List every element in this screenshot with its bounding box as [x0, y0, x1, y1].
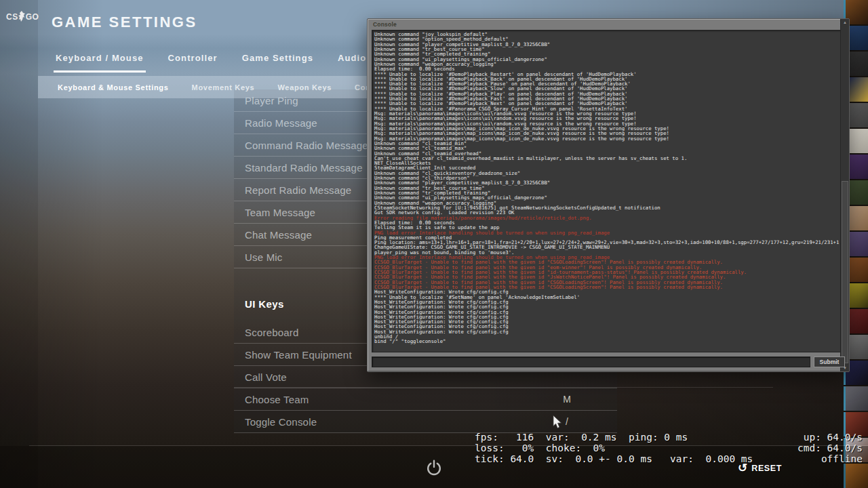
mouse-cursor [553, 415, 563, 429]
console-log-line: Host_WriteConfiguration: Wrote cfg/confi… [374, 329, 833, 334]
net-graph-rates: offline [821, 453, 863, 464]
scrollbar-thumb[interactable] [842, 181, 848, 363]
settings-tab[interactable]: Controller [168, 53, 218, 73]
keybind-label: Report Radio Message [245, 184, 351, 196]
main-sidebar [0, 0, 38, 488]
console-window: Console × Unknown command "joy_lookspin_… [367, 18, 850, 372]
net-graph-stats: fps: 116 var: 0.2 ms ping: 0 ms [475, 432, 688, 443]
keyboard-subtab[interactable]: Weapon Keys [277, 83, 332, 92]
reset-control[interactable]: ↺ RESET [738, 461, 782, 475]
settings-tab[interactable]: Keyboard / Mouse [56, 53, 144, 73]
net-graph-rates: cmd: 64.0/s [797, 443, 863, 453]
keybind-label: Radio Message [245, 117, 317, 129]
net-graph: fps: 116 var: 0.2 ms ping: 0 ms up: 64.0… [475, 432, 863, 464]
keyboard-subtab[interactable]: Movement Keys [192, 83, 255, 92]
keybind-label: Show Team Equipment [245, 349, 352, 361]
net-graph-stats: loss: 0% choke: 0% [475, 443, 605, 453]
tab-label: Game Settings [242, 53, 313, 63]
settings-tab[interactable]: Game Settings [242, 53, 313, 73]
net-graph-row: tick: 64.0 sv: 0.0 +- 0.0 ms var: 0.000 … [475, 453, 863, 464]
subtab-label: Keyboard & Mouse Settings [58, 83, 169, 92]
page-title: GAME SETTINGS [52, 14, 197, 31]
keybind-label: Command Radio Message [245, 140, 368, 151]
reset-history-icon: ↺ [738, 461, 747, 475]
subtab-label: Movement Keys [192, 83, 255, 92]
keybind-label: Use Mic [245, 251, 283, 263]
net-graph-row: loss: 0% choke: 0% cmd: 64.0/s [475, 443, 863, 453]
tab-label: Controller [168, 53, 218, 63]
section-header-label: UI Keys [245, 298, 284, 310]
console-input[interactable] [372, 357, 810, 367]
console-log-line: Can't use cheat cvar cl_teamid_overhead_… [374, 156, 833, 161]
console-log[interactable]: Unknown command "joy_lookspin_default"Un… [372, 30, 845, 352]
thumbnail-image [844, 386, 868, 411]
keyboard-subtab[interactable]: Keyboard & Mouse Settings [58, 83, 169, 92]
net-graph-row: fps: 116 var: 0.2 ms ping: 0 ms up: 64.0… [475, 432, 863, 443]
keybind-label: Chat Message [245, 229, 312, 241]
console-input-row: Submit [372, 357, 845, 367]
net-graph-rates: up: 64.0/s [804, 432, 863, 443]
submit-button[interactable]: Submit [814, 357, 845, 367]
subtab-label: Weapon Keys [277, 83, 332, 92]
row-divider [234, 387, 773, 388]
tab-label: Keyboard / Mouse [56, 53, 144, 63]
console-titlebar[interactable]: Console × [368, 19, 849, 30]
keybind-value[interactable]: M [553, 394, 581, 405]
console-title: Console [373, 21, 397, 28]
reset-label: RESET [751, 464, 782, 473]
console-scrollbar[interactable] [840, 19, 849, 371]
keybind-label: Team Message [245, 207, 315, 218]
net-graph-stats: tick: 64.0 sv: 0.0 +- 0.0 ms var: 0.000 … [475, 453, 753, 464]
log-text: bind "/" "toggleconsole" [374, 338, 446, 344]
keybind-label: Scoreboard [245, 327, 299, 338]
console-log-line: bind "/" "toggleconsole" [374, 339, 833, 344]
keybind-label: Choose Team [245, 394, 309, 405]
keybind-label: Toggle Console [245, 416, 317, 428]
keybind-row[interactable]: Choose Team M [234, 388, 617, 411]
keybind-label: Standard Radio Message [245, 162, 363, 174]
keybind-label: Call Vote [245, 371, 287, 383]
